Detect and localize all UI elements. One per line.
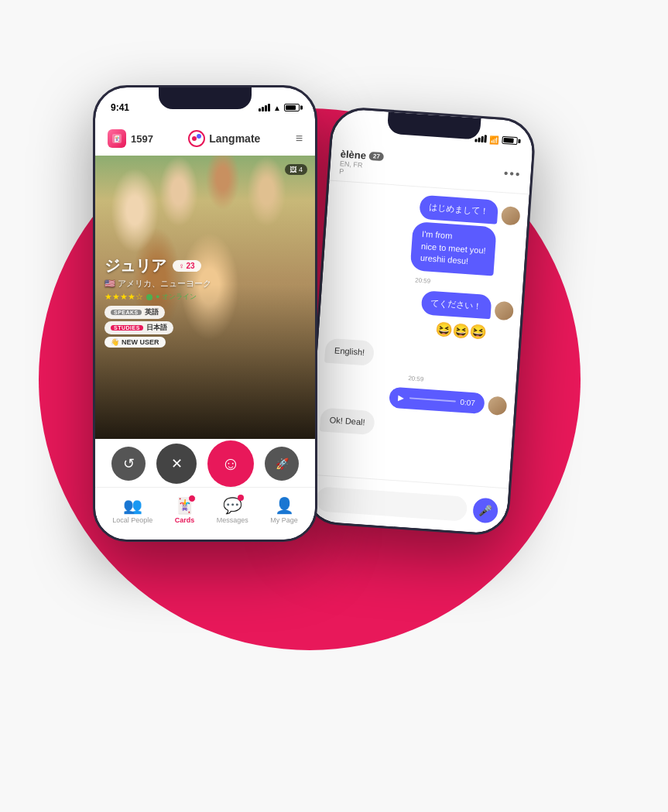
chat-age-badge: 27 [369,152,385,161]
chat-user-info: èlène 27 EN, FR P [339,148,505,187]
location-text: アメリカ、ニューヨーク [118,278,211,290]
gender-age-badge: ♀ 23 [173,260,201,272]
action-buttons: ↺ ✕ ☺ 🚀 [95,440,315,487]
battery-back [502,136,518,145]
like-button[interactable]: ☺ [207,440,254,487]
chat-menu-icon[interactable]: ••• [503,166,522,182]
filter-icon[interactable]: ≡ [296,132,303,146]
cards-icon: 🃏 [175,496,194,515]
status-icons-back: 📶 [474,134,518,146]
coin-count: 1597 [131,133,153,145]
front-phone-screen: 9:41 ▲ 🃏 [95,87,315,540]
status-time-space [348,129,372,131]
messages-badge [238,495,244,501]
flag-emoji: 🇺🇸 [104,279,115,289]
msg-group-1: はじめまして！ I'm fromnice to meet you!ureshii… [331,189,521,277]
profile-location: 🇺🇸 アメリカ、ニューヨーク [104,278,306,290]
audio-msg: ▶ 0:07 [389,386,485,414]
svg-point-3 [192,136,197,141]
speaks-lang: 英語 [145,307,159,317]
stars-row: ★★★★☆ ● オンライン [104,292,306,302]
nav-messages[interactable]: 💬 Messages [217,496,248,524]
nav-local-people[interactable]: 👥 Local People [112,496,152,524]
super-like-button[interactable]: 🚀 [265,447,299,481]
msg-emoji-1: 😆😆😆 [431,318,490,344]
app-icon: 🃏 [108,129,126,148]
studies-label: STUDIES [111,325,143,331]
back-phone: 📶 èlène 27 EN, FR P [303,105,536,536]
msg-group-2: てください！ 😆😆😆 [327,283,515,346]
app-name: Langmate [209,132,260,145]
status-icons-front: ▲ [259,104,300,112]
msg-bubble-5: Ok! Deal! [320,407,375,435]
pass-button[interactable]: ✕ [156,444,197,484]
msg-bubble-3: てください！ [421,290,492,320]
app-logo: Langmate [188,130,260,147]
wifi-icon-back: 📶 [489,135,499,144]
stars: ★★★★☆ [104,292,143,302]
battery-front [284,104,300,111]
svg-point-4 [197,134,201,139]
chat-messages: はじめまして！ I'm fromnice to meet you!ureshii… [309,180,529,488]
msg-bubble-1: はじめまして！ [419,195,498,224]
svg-text:🃏: 🃏 [113,135,121,142]
front-phone: 9:41 ▲ 🃏 [93,85,317,542]
studies-tag: STUDIES 日本語 [104,321,173,334]
wifi-icon-front: ▲ [273,104,281,112]
photo-counter: 🖼 4 [285,164,307,175]
msg-row-1: はじめまして！ [419,195,521,226]
app-header: 🃏 1597 Langmate ≡ [95,122,315,156]
wave-emoji: 👋 [111,338,119,346]
status-time: 9:41 [111,102,129,113]
messages-label: Messages [217,516,248,524]
nav-cards[interactable]: 🃏 Cards [175,496,195,524]
speaks-label: SPEAKS [111,310,142,315]
chat-input[interactable] [316,486,468,522]
local-people-icon: 👥 [123,496,142,515]
profile-name: ジュリア [104,255,166,276]
play-icon: ▶ [398,393,405,403]
chat-avatar-1 [501,206,521,226]
bottom-nav: 👥 Local People 🃏 Cards 💬 Messages 👤 [95,487,315,540]
audio-waveform [409,397,456,402]
photo-count: 4 [299,166,303,173]
profile-name-row: ジュリア ♀ 23 [104,255,306,276]
signal-front [259,104,270,111]
chat-avatar-3 [488,396,508,416]
chat-screen: 📶 èlène 27 EN, FR P [306,108,535,535]
messages-icon: 💬 [223,496,242,515]
photo-icon: 🖼 [289,166,296,173]
nav-my-page[interactable]: 👤 My Page [270,496,298,524]
msg-row-2: てください！ [421,290,515,321]
new-user-text: NEW USER [122,338,159,346]
profile-age: 23 [187,262,195,270]
local-people-label: Local People [112,516,152,524]
signal-back [474,134,487,142]
langmate-logo-icon [188,130,205,147]
chat-avatar-2 [494,301,514,321]
my-page-icon: 👤 [275,496,294,515]
cards-label: Cards [175,516,195,524]
mic-button[interactable]: 🎤 [472,497,498,523]
scene: 📶 èlène 27 EN, FR P [0,0,668,812]
header-left: 🃏 1597 [108,129,153,148]
msg-bubble-4: English! [324,338,375,366]
online-text: ● オンライン [156,292,197,302]
gender-icon: ♀ [179,262,185,270]
audio-duration: 0:07 [460,397,475,406]
profile-image-area: 🖼 4 👋 NEW USER ジュリア ♀ 23 [95,122,315,439]
new-user-badge: 👋 NEW USER [104,337,166,348]
online-dot [146,294,152,300]
msg-bubble-2: I'm fromnice to meet you!ureshii desu! [410,221,497,276]
phone-notch-front [159,87,252,109]
my-page-label: My Page [270,516,298,524]
refresh-button[interactable]: ↺ [111,447,146,481]
language-tags: SPEAKS 英語 STUDIES 日本語 [104,306,306,334]
studies-lang: 日本語 [146,323,167,333]
profile-info: ジュリア ♀ 23 🇺🇸 アメリカ、ニューヨーク ★★★★☆ ● オンライン [95,249,315,334]
speaks-tag: SPEAKS 英語 [104,306,165,319]
